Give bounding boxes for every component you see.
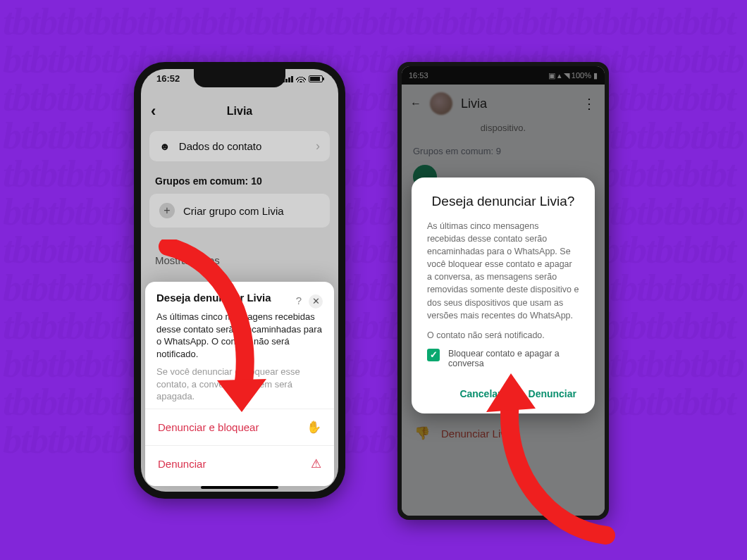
android-frame: 16:53 ▣ ▴ ◥ 100% ▮ ← Livia ⋮ dispositivo… xyxy=(397,62,609,520)
report-and-block-label: Denunciar e bloquear xyxy=(158,421,259,433)
android-dialog-actions: Cancelar Denunciar xyxy=(427,378,579,405)
help-icon[interactable]: ? xyxy=(296,294,302,309)
ios-sheet-muted: Se você denunciar e bloquear esse contat… xyxy=(156,366,323,403)
iphone-screen: 16:52 ‹ Livia ☻ Dados do contato › Grupo… xyxy=(141,69,338,492)
ios-sheet-body: As últimas cinco mensagens recebidas des… xyxy=(156,311,323,360)
contact-card-icon: ☻ xyxy=(159,140,171,152)
android-dialog-title: Deseja denunciar Livia? xyxy=(427,193,579,210)
block-and-delete-checkbox-label: Bloquear contato e apagar a conversa xyxy=(448,349,579,368)
background-pattern: tbtbtbtbtbtbtbtbtbtbtbtbtbtbtbtbtbtbtbtb… xyxy=(0,0,747,560)
iphone-notch xyxy=(194,69,285,87)
report-and-block-button[interactable]: Denunciar e bloquear ✋ xyxy=(145,409,334,445)
hand-stop-icon: ✋ xyxy=(307,420,321,435)
ios-nav-title: Livia xyxy=(227,105,252,118)
plus-icon: + xyxy=(159,203,175,218)
ios-report-sheet: Deseja denunciar Livia ? ✕ As últimas ci… xyxy=(145,282,334,486)
android-dialog-body: As últimas cinco mensagens recebidas des… xyxy=(427,220,579,322)
ios-sheet-title: Deseja denunciar Livia xyxy=(156,292,271,304)
block-and-delete-checkbox-row[interactable]: ✓ Bloquear contato e apagar a conversa xyxy=(427,349,579,368)
report-label: Denunciar xyxy=(158,458,206,470)
groups-in-common-label: Grupos em comum: 10 xyxy=(141,167,338,188)
chevron-right-icon: › xyxy=(316,139,320,154)
contact-data-row[interactable]: ☻ Dados do contato › xyxy=(149,131,330,161)
home-indicator[interactable] xyxy=(201,486,278,489)
ios-status-time: 16:52 xyxy=(156,73,180,84)
cancel-button[interactable]: Cancelar xyxy=(457,382,504,405)
android-report-dialog: Deseja denunciar Livia? As últimas cinco… xyxy=(412,178,595,413)
show-all-link[interactable]: Mostrar todos xyxy=(141,233,338,266)
close-icon[interactable]: ✕ xyxy=(309,294,323,309)
android-screen: 16:53 ▣ ▴ ◥ 100% ▮ ← Livia ⋮ dispositivo… xyxy=(402,66,605,516)
create-group-row[interactable]: + Criar grupo com Livia xyxy=(149,194,330,228)
contact-data-label: Dados do contato xyxy=(179,140,262,152)
battery-icon xyxy=(309,75,323,82)
create-group-label: Criar grupo com Livia xyxy=(183,205,284,217)
report-confirm-button[interactable]: Denunciar xyxy=(526,382,579,405)
checkbox-checked-icon[interactable]: ✓ xyxy=(427,349,440,361)
android-dialog-notice: O contato não será notificado. xyxy=(427,329,579,342)
warning-icon: ⚠ xyxy=(311,456,321,471)
report-button[interactable]: Denunciar ⚠ xyxy=(145,445,334,482)
back-icon[interactable]: ‹ xyxy=(151,102,156,120)
iphone-frame: 16:52 ‹ Livia ☻ Dados do contato › Grupo… xyxy=(134,62,345,499)
wifi-icon xyxy=(296,75,306,82)
ios-nav-bar: ‹ Livia xyxy=(141,97,338,125)
